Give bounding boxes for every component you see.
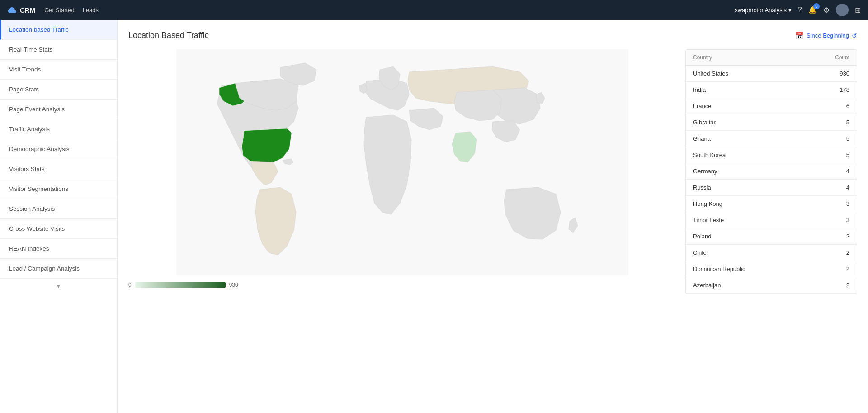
user-avatar[interactable] (836, 4, 849, 16)
table-cell-count: 5 (813, 135, 849, 142)
sidebar-item-location-based-traffic[interactable]: Location based Traffic (0, 20, 117, 40)
chevron-down-icon: ▾ (788, 7, 792, 14)
table-row: Timor Leste 3 (686, 212, 857, 228)
sidebar-item-visitors-stats[interactable]: Visitors Stats (0, 159, 117, 179)
table-row: Gibraltar 5 (686, 114, 857, 131)
calendar-icon: 📅 (795, 32, 804, 40)
analysis-selector[interactable]: swapmotor Analysis ▾ (735, 7, 792, 14)
sidebar: Location based TrafficReal-Time StatsVis… (0, 20, 118, 413)
table-cell-country: Germany (693, 168, 813, 175)
table-cell-country: Timor Leste (693, 217, 813, 223)
notification-icon[interactable]: 🔔 0 (808, 6, 817, 14)
table-cell-count: 930 (813, 70, 849, 77)
sidebar-item-visitor-segmentations[interactable]: Visitor Segmentations (0, 179, 117, 199)
table-cell-count: 4 (813, 168, 849, 175)
table-cell-count: 4 (813, 184, 849, 191)
table-cell-count: 5 (813, 152, 849, 158)
main-content: Location Based Traffic 📅 Since Beginning… (118, 20, 868, 413)
nav-leads[interactable]: Leads (83, 7, 99, 14)
table-cell-country: France (693, 103, 813, 109)
map-section: 0 930 (128, 49, 676, 294)
table-cell-country: Azerbaijan (693, 282, 813, 289)
table-cell-country: Gibraltar (693, 119, 813, 126)
table-cell-country: India (693, 86, 813, 93)
page-title: Location Based Traffic (128, 31, 209, 40)
table-cell-count: 178 (813, 86, 849, 93)
sidebar-item-cross-website-visits[interactable]: Cross Website Visits (0, 219, 117, 239)
sidebar-item-rean-indexes[interactable]: REAN Indexes (0, 239, 117, 259)
table-cell-count: 6 (813, 103, 849, 109)
table-cell-count: 3 (813, 200, 849, 207)
table-cell-count: 5 (813, 119, 849, 126)
topnav: CRM Get Started Leads swapmotor Analysis… (0, 0, 868, 20)
table-header: Country Count (686, 50, 857, 66)
date-filter-label: Since Beginning (807, 32, 849, 39)
sidebar-item-demographic-analysis[interactable]: Demographic Analysis (0, 139, 117, 159)
table-row: Chile 2 (686, 245, 857, 261)
col-count-header: Count (813, 54, 849, 61)
settings-icon[interactable]: ⚙ (823, 6, 830, 14)
table-row: Poland 2 (686, 228, 857, 245)
table-row: United States 930 (686, 66, 857, 82)
sidebar-item-lead--campaign-analysis[interactable]: Lead / Campaign Analysis (0, 259, 117, 279)
table-cell-country: Chile (693, 249, 813, 256)
content-area: 0 930 Country Count United States 930 In… (128, 49, 857, 294)
sidebar-item-page-event-analysis[interactable]: Page Event Analysis (0, 100, 117, 119)
legend-min: 0 (128, 282, 132, 288)
legend-max: 930 (229, 282, 238, 288)
map-legend: 0 930 (128, 282, 676, 288)
table-row: France 6 (686, 98, 857, 114)
table-cell-country: Russia (693, 184, 813, 191)
table-row: Ghana 5 (686, 131, 857, 147)
table-row: Hong Kong 3 (686, 196, 857, 212)
table-cell-count: 3 (813, 217, 849, 223)
app-name: CRM (20, 6, 35, 14)
table-row: South Korea 5 (686, 147, 857, 163)
world-map (128, 49, 676, 275)
notification-badge: 0 (813, 3, 820, 9)
table-cell-count: 2 (813, 233, 849, 240)
sidebar-item-traffic-analysis[interactable]: Traffic Analysis (0, 119, 117, 139)
topnav-right: swapmotor Analysis ▾ ? 🔔 0 ⚙ ⊞ (735, 4, 861, 16)
table-cell-count: 2 (813, 282, 849, 289)
logo-icon (7, 5, 17, 15)
table-body: United States 930 India 178 France 6 Gib… (686, 66, 857, 294)
sidebar-collapse[interactable]: ▼ (0, 279, 117, 294)
topnav-links: Get Started Leads (44, 7, 99, 14)
col-country-header: Country (693, 54, 813, 61)
table-row: India 178 (686, 82, 857, 98)
table-cell-count: 2 (813, 266, 849, 272)
sidebar-item-visit-trends[interactable]: Visit Trends (0, 60, 117, 80)
grid-icon[interactable]: ⊞ (855, 6, 861, 14)
sidebar-item-real-time-stats[interactable]: Real-Time Stats (0, 40, 117, 60)
table-cell-country: South Korea (693, 152, 813, 158)
table-cell-count: 2 (813, 249, 849, 256)
legend-gradient (135, 282, 226, 288)
app-layout: Location based TrafficReal-Time StatsVis… (0, 20, 868, 413)
world-map-container (128, 49, 676, 277)
help-icon[interactable]: ? (798, 6, 802, 14)
table-cell-country: Poland (693, 233, 813, 240)
table-row: Azerbaijan 2 (686, 277, 857, 294)
table-cell-country: United States (693, 70, 813, 77)
sidebar-item-session-analysis[interactable]: Session Analysis (0, 199, 117, 219)
table-cell-country: Hong Kong (693, 200, 813, 207)
app-logo[interactable]: CRM (7, 5, 35, 15)
date-filter[interactable]: 📅 Since Beginning ↺ (795, 32, 857, 40)
nav-get-started[interactable]: Get Started (44, 7, 74, 14)
table-row: Russia 4 (686, 180, 857, 196)
refresh-icon[interactable]: ↺ (852, 32, 857, 39)
sidebar-item-page-stats[interactable]: Page Stats (0, 80, 117, 100)
table-cell-country: Dominican Republic (693, 266, 813, 272)
analysis-label: swapmotor Analysis (735, 7, 787, 14)
page-header: Location Based Traffic 📅 Since Beginning… (128, 31, 857, 40)
country-table: Country Count United States 930 India 17… (685, 49, 857, 294)
table-cell-country: Ghana (693, 135, 813, 142)
table-row: Germany 4 (686, 163, 857, 180)
table-row: Dominican Republic 2 (686, 261, 857, 277)
